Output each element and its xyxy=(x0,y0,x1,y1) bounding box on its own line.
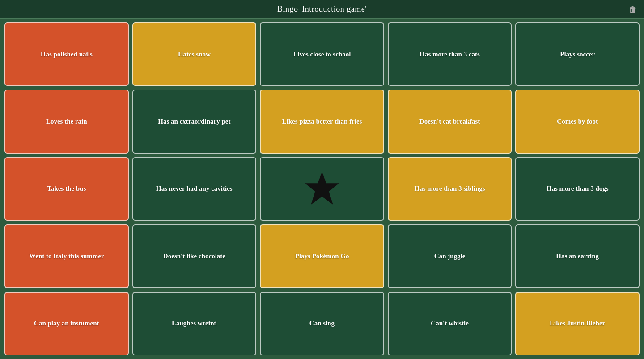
bingo-card[interactable]: Likes pizza better than fries xyxy=(260,90,384,153)
bingo-card[interactable]: Comes by foot xyxy=(515,90,640,153)
bingo-card[interactable]: Takes the bus xyxy=(4,157,129,221)
page-title: Bingo 'Introduction game' xyxy=(277,4,367,14)
bingo-card[interactable]: Likes Justin Bieber xyxy=(515,292,640,355)
bingo-card[interactable]: Has polished nails xyxy=(4,22,129,86)
bingo-card[interactable]: Can play an instument xyxy=(4,292,129,355)
bingo-card[interactable]: Can juggle xyxy=(388,224,512,288)
bingo-card[interactable]: Has more than 3 cats xyxy=(388,22,512,86)
bingo-card[interactable]: Can't whistle xyxy=(388,292,512,355)
bingo-card[interactable]: Lives close to school xyxy=(260,22,384,86)
bingo-card[interactable]: Has never had any cavities xyxy=(132,157,257,221)
bingo-card[interactable]: Doesn't like chocolate xyxy=(132,224,257,288)
bingo-card[interactable]: Laughes wreird xyxy=(132,292,257,355)
bingo-card[interactable]: Has more than 3 dogs xyxy=(515,157,640,221)
bingo-card[interactable]: Has an earring xyxy=(515,224,640,288)
bingo-card[interactable]: Doesn't eat breakfast xyxy=(388,90,512,153)
trash-icon[interactable]: 🗑 xyxy=(629,4,637,14)
bingo-card[interactable]: Has an extraordinary pet xyxy=(132,90,257,153)
header: Bingo 'Introduction game' 🗑 xyxy=(0,0,644,19)
bingo-card[interactable]: Has more than 3 siblings xyxy=(388,157,512,221)
bingo-card[interactable]: Plays soccer xyxy=(515,22,640,86)
bingo-card[interactable]: Can sing xyxy=(260,292,384,355)
bingo-card[interactable] xyxy=(260,157,384,221)
bingo-card[interactable]: Plays Pokémon Go xyxy=(260,224,384,288)
bingo-card[interactable]: Went to Italy this summer xyxy=(4,224,129,288)
bingo-card[interactable]: Loves the rain xyxy=(4,90,129,153)
svg-marker-0 xyxy=(306,173,338,204)
bingo-card[interactable]: Hates snow xyxy=(132,22,257,86)
bingo-grid: Has polished nailsHates snowLives close … xyxy=(0,19,644,359)
